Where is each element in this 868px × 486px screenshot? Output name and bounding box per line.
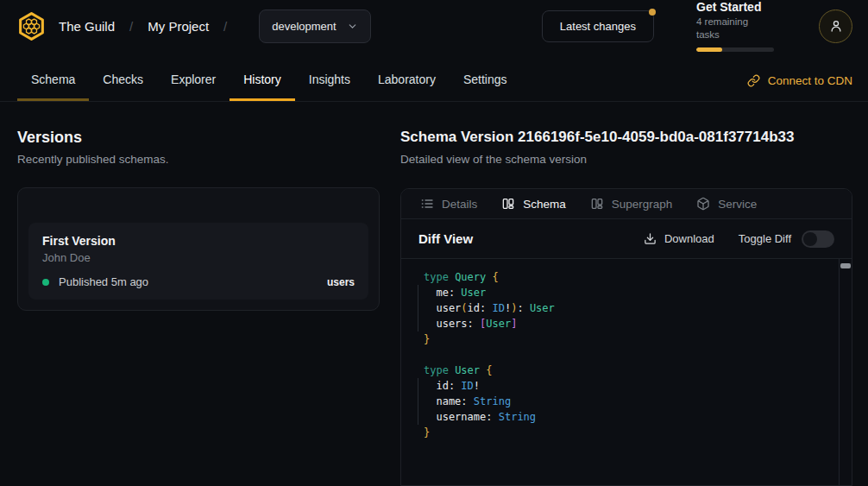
tab-label: Schema: [31, 73, 75, 86]
version-detail-title: Schema Version 2166196f-5e10-4059-bd0a-0…: [400, 128, 852, 147]
tab-history[interactable]: History: [230, 60, 295, 101]
tab-insights[interactable]: Insights: [295, 60, 364, 101]
version-detail-subtitle: Detailed view of the schema version: [400, 152, 852, 167]
main-content: Versions Recently published schemas. Fir…: [0, 102, 868, 486]
latest-changes-label: Latest changes: [560, 20, 636, 33]
top-header: The Guild / My Project / development Lat…: [0, 0, 868, 52]
tab-label: Explorer: [171, 73, 216, 86]
vertical-scrollbar[interactable]: [839, 259, 852, 485]
scrollbar-thumb[interactable]: [840, 263, 851, 268]
tab-label: History: [243, 73, 281, 86]
notification-dot: [649, 9, 656, 16]
person-icon: [828, 18, 844, 34]
get-started-title: Get Started: [696, 0, 774, 15]
tab-service[interactable]: Service: [696, 197, 757, 211]
hive-logo-icon[interactable]: [16, 10, 47, 42]
tab-explorer[interactable]: Explorer: [157, 60, 230, 101]
tab-schema-view[interactable]: Schema: [501, 197, 566, 211]
get-started-subtitle: 4 remaining tasks: [696, 16, 774, 41]
tab-details[interactable]: Details: [420, 197, 477, 211]
tab-schema[interactable]: Schema: [17, 60, 89, 101]
tab-label: Checks: [103, 73, 143, 86]
download-icon: [644, 232, 657, 245]
breadcrumb-project[interactable]: My Project: [148, 19, 209, 34]
published-status-text: Published 5m ago: [59, 275, 148, 288]
cube-icon: [696, 197, 710, 211]
user-avatar-button[interactable]: [819, 9, 852, 43]
tab-supergraph[interactable]: Supergraph: [590, 197, 673, 211]
published-status-dot: [42, 279, 49, 286]
list-icon: [420, 197, 434, 211]
target-selector-value: development: [272, 20, 336, 33]
schema-view-panel: Details Schema: [400, 188, 852, 486]
tab-label: Details: [442, 198, 477, 211]
tab-label: Laboratory: [378, 73, 436, 86]
tab-label: Insights: [309, 73, 350, 86]
diff-controls: Download Toggle Diff: [644, 230, 834, 248]
tab-label: Schema: [523, 198, 566, 211]
download-label: Download: [664, 232, 714, 245]
versions-list: First Version John Doe Published 5m ago …: [17, 187, 380, 311]
diff-view-title: Diff View: [418, 231, 473, 246]
version-list-item[interactable]: First Version John Doe Published 5m ago …: [28, 223, 368, 300]
tab-label: Service: [718, 198, 757, 211]
breadcrumb-separator: /: [129, 19, 133, 34]
breadcrumb-separator: /: [223, 19, 227, 34]
tab-label: Settings: [463, 73, 507, 86]
diff-toolbar: Diff View Download Toggle D: [401, 219, 852, 259]
service-badge: users: [327, 276, 355, 288]
version-name: First Version: [42, 234, 355, 249]
schema-code-viewer[interactable]: type Query { me: User user(id: ID!): Use…: [401, 259, 852, 485]
link-icon: [747, 74, 760, 87]
columns-icon: [501, 197, 515, 211]
connect-to-cdn-label: Connect to CDN: [768, 74, 852, 87]
breadcrumb-org[interactable]: The Guild: [59, 19, 115, 34]
versions-panel: Versions Recently published schemas. Fir…: [17, 128, 380, 486]
code-block: type Query { me: User user(id: ID!): Use…: [424, 269, 834, 440]
switch-knob: [803, 232, 817, 246]
tab-laboratory[interactable]: Laboratory: [364, 60, 450, 101]
connect-to-cdn-link[interactable]: Connect to CDN: [747, 60, 852, 101]
toggle-diff-switch[interactable]: [802, 230, 834, 248]
indent-guide: [418, 285, 418, 331]
indent-guide: [418, 378, 418, 425]
versions-title: Versions: [17, 128, 380, 147]
columns-icon: [590, 197, 604, 211]
versions-subtitle: Recently published schemas.: [17, 152, 380, 167]
version-status-row: Published 5m ago users: [42, 275, 355, 288]
get-started-progress-bar: [696, 47, 774, 52]
download-button[interactable]: Download: [644, 232, 714, 245]
primary-nav: Schema Checks Explorer History Insights …: [0, 52, 868, 102]
get-started-progress-fill: [696, 47, 722, 52]
header-right: Latest changes Get Started 4 remaining t…: [542, 0, 852, 52]
chevron-down-icon: [347, 21, 358, 32]
get-started-widget[interactable]: Get Started 4 remaining tasks: [696, 0, 774, 52]
version-author: John Doe: [42, 250, 355, 265]
toggle-diff-group: Toggle Diff: [739, 230, 834, 248]
tab-checks[interactable]: Checks: [89, 60, 157, 101]
tab-label: Supergraph: [612, 198, 673, 211]
target-selector-dropdown[interactable]: development: [259, 9, 370, 43]
latest-changes-button[interactable]: Latest changes: [542, 10, 654, 42]
tab-settings[interactable]: Settings: [450, 60, 521, 101]
schema-view-tabs: Details Schema: [401, 189, 852, 219]
version-detail-panel: Schema Version 2166196f-5e10-4059-bd0a-0…: [400, 128, 852, 486]
toggle-diff-label: Toggle Diff: [739, 232, 791, 245]
